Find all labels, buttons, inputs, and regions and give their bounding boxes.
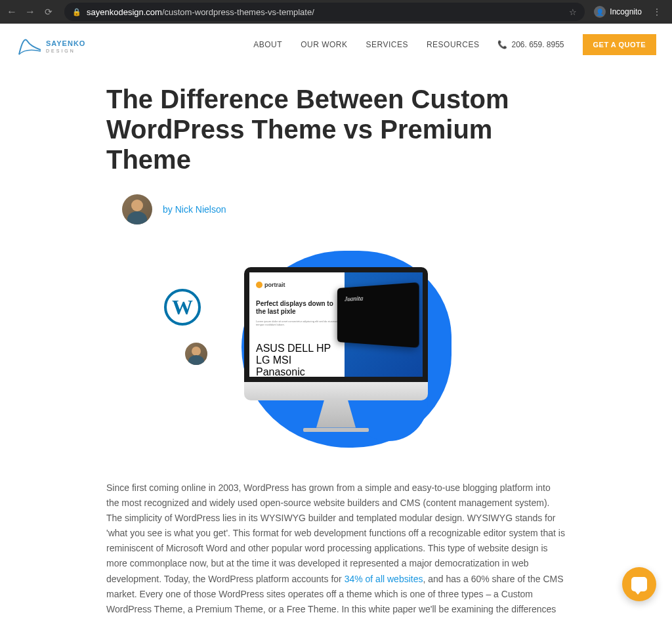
phone-link[interactable]: 📞 206. 659. 8955 bbox=[497, 40, 564, 49]
screen-brand-label: portrait bbox=[256, 282, 338, 288]
chat-icon bbox=[631, 577, 647, 591]
imac-stand bbox=[316, 400, 356, 428]
phone-icon: 📞 bbox=[497, 40, 507, 49]
author-block: by Nick Nielson bbox=[122, 194, 566, 224]
logo-swoosh-icon bbox=[16, 32, 42, 58]
screen-body-text: Lorem ipsum dolor sit amet consectetur a… bbox=[256, 320, 338, 327]
article-content: The Difference Between Custom WordPress … bbox=[93, 66, 579, 617]
logo-subtext: DESIGN bbox=[46, 49, 85, 53]
nav-resources[interactable]: RESOURCES bbox=[427, 40, 480, 49]
back-button[interactable]: ← bbox=[5, 6, 18, 18]
imac-base bbox=[303, 428, 369, 432]
browser-menu-button[interactable]: ⋮ bbox=[647, 7, 667, 17]
wordpress-badge: W bbox=[164, 289, 201, 326]
main-nav: ABOUT OUR WORK SERVICES RESOURCES 📞 206.… bbox=[253, 34, 656, 55]
browser-toolbar: ← → ⟳ 🔒 sayenkodesign.com/custom-wordpre… bbox=[0, 0, 672, 24]
author-byline[interactable]: by Nick Nielson bbox=[163, 204, 226, 215]
imac-chin bbox=[244, 382, 428, 400]
incognito-indicator: 👤 Incognito bbox=[594, 6, 642, 18]
incognito-icon: 👤 bbox=[594, 6, 606, 18]
chat-widget-button[interactable] bbox=[622, 567, 656, 601]
get-quote-button[interactable]: GET A QUOTE bbox=[583, 34, 656, 55]
wordpress-w-icon: W bbox=[172, 295, 193, 320]
nav-services[interactable]: SERVICES bbox=[366, 40, 408, 49]
forward-button[interactable]: → bbox=[24, 6, 37, 18]
url-text: sayenkodesign.com/custom-wordpress-theme… bbox=[87, 7, 314, 17]
article-paragraph-1: Since first coming online in 2003, WordP… bbox=[106, 480, 566, 617]
screen-partner-logos: ASUS DELL HP LG MSI Panasonic bbox=[256, 343, 338, 377]
logo-text: SAYENKO bbox=[46, 39, 85, 47]
hero-illustration: W portrait Perfect displays down to the … bbox=[106, 244, 566, 454]
nav-our-work[interactable]: OUR WORK bbox=[301, 40, 347, 49]
imac-screen: portrait Perfect displays down to the la… bbox=[249, 272, 423, 377]
para-text-before: Since first coming online in 2003, WordP… bbox=[106, 482, 565, 584]
author-avatar bbox=[122, 194, 152, 224]
stats-link[interactable]: 34% of all websites bbox=[345, 574, 423, 584]
address-bar[interactable]: 🔒 sayenkodesign.com/custom-wordpress-the… bbox=[64, 3, 585, 21]
reload-button[interactable]: ⟳ bbox=[42, 7, 55, 17]
site-header: SAYENKO DESIGN ABOUT OUR WORK SERVICES R… bbox=[0, 24, 672, 66]
hero-float-avatar bbox=[184, 341, 209, 366]
lock-icon: 🔒 bbox=[72, 8, 81, 16]
site-logo[interactable]: SAYENKO DESIGN bbox=[16, 32, 85, 58]
phone-number: 206. 659. 8955 bbox=[511, 40, 564, 49]
hero-imac: portrait Perfect displays down to the la… bbox=[244, 267, 428, 432]
article-title: The Difference Between Custom WordPress … bbox=[106, 84, 566, 175]
screen-headline: Perfect displays down to the last pixle bbox=[256, 300, 338, 316]
bookmark-star-icon[interactable]: ☆ bbox=[569, 7, 577, 17]
incognito-label: Incognito bbox=[610, 7, 642, 16]
imac-screen-bezel: portrait Perfect displays down to the la… bbox=[244, 267, 428, 382]
nav-about[interactable]: ABOUT bbox=[253, 40, 282, 49]
curved-monitor-graphic bbox=[337, 282, 419, 347]
